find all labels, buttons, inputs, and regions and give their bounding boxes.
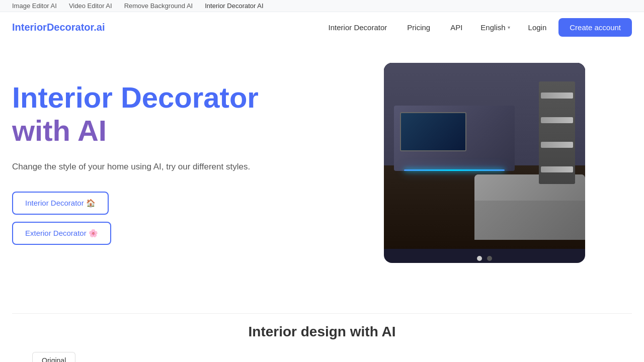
create-account-button[interactable]: Create account: [558, 18, 632, 37]
topbar-interior-decorator[interactable]: Interior Decorator AI: [205, 2, 263, 10]
hero-title-line2: with AI: [12, 114, 107, 147]
tabs-row: Original: [12, 352, 632, 362]
hero-title: Interior Decorator with AI: [12, 81, 307, 148]
carousel-dot-1[interactable]: [477, 256, 482, 261]
room-image: [384, 63, 585, 249]
chevron-down-icon: ▾: [508, 25, 510, 30]
hero-buttons: Interior Decorator 🏠 Exterior Decorator …: [12, 192, 307, 245]
hero-section: Interior Decorator with AI Change the st…: [0, 63, 644, 263]
exterior-decorator-button[interactable]: Exterior Decorator 🌸: [12, 222, 111, 245]
top-bar: Image Editor AI Video Editor AI Remove B…: [0, 0, 644, 12]
accent-light: [404, 169, 505, 171]
login-link[interactable]: Login: [520, 19, 555, 36]
hero-title-line1: Interior Decorator: [12, 81, 259, 114]
sofa: [474, 174, 585, 240]
tv-screen: [400, 112, 466, 151]
tv-unit: [394, 106, 515, 171]
hero-subtitle: Change the style of your home using AI, …: [12, 160, 254, 173]
shelf-item: [541, 166, 573, 172]
nav-links: Interior Decorator Pricing API English ▾…: [320, 18, 632, 37]
carousel-dots: [384, 249, 585, 263]
language-selector[interactable]: English ▾: [474, 19, 516, 36]
hero-image-container: [384, 63, 585, 263]
topbar-remove-bg[interactable]: Remove Background AI: [124, 2, 193, 10]
bottom-section: Interior design with AI Original: [0, 293, 644, 362]
topbar-image-editor[interactable]: Image Editor AI: [12, 2, 57, 10]
nav-api[interactable]: API: [442, 19, 470, 36]
shelf: [539, 81, 575, 184]
tab-original[interactable]: Original: [32, 352, 75, 362]
hero-right: [337, 63, 632, 263]
interior-decorator-button[interactable]: Interior Decorator 🏠: [12, 192, 109, 215]
section-divider: [12, 313, 632, 314]
hero-left: Interior Decorator with AI Change the st…: [12, 81, 307, 245]
shelf-item: [541, 117, 573, 123]
site-logo[interactable]: InteriorDecorator.ai: [12, 22, 105, 33]
navbar: InteriorDecorator.ai Interior Decorator …: [0, 12, 644, 43]
nav-pricing[interactable]: Pricing: [399, 19, 438, 36]
carousel-dot-2[interactable]: [487, 256, 492, 261]
shelf-item: [541, 93, 573, 99]
language-label: English: [480, 23, 505, 32]
topbar-video-editor[interactable]: Video Editor AI: [69, 2, 112, 10]
nav-interior-decorator[interactable]: Interior Decorator: [320, 19, 395, 36]
shelf-item: [541, 142, 573, 148]
section-title: Interior design with AI: [12, 324, 632, 340]
